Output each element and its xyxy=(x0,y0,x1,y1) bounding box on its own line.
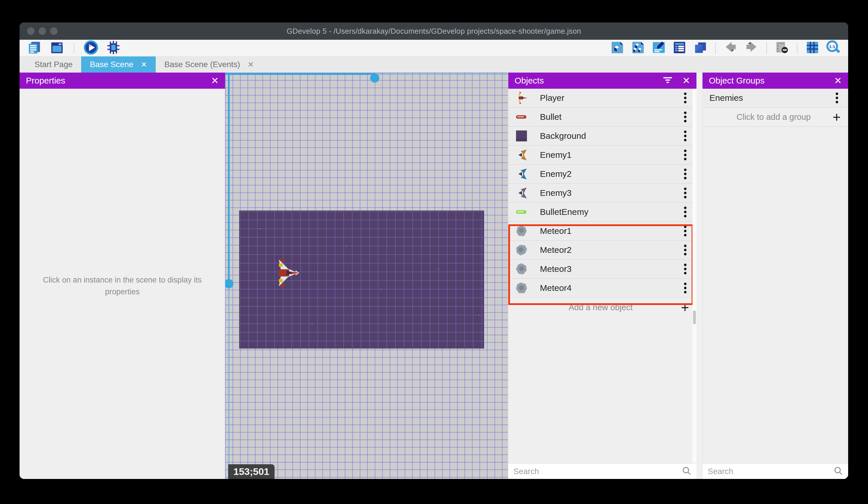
zoom-one-to-one-icon: 1:1 xyxy=(825,40,841,57)
add-object-label: Add a new object xyxy=(508,303,676,312)
selection-handle-top[interactable] xyxy=(370,73,379,83)
close-objects-icon[interactable]: ✕ xyxy=(682,76,690,85)
open-object-groups-editor-button[interactable] xyxy=(631,41,645,56)
search-icon xyxy=(682,466,691,477)
redo-button[interactable] xyxy=(744,41,759,56)
window-title: GDevelop 5 - /Users/dkarakay/Documents/G… xyxy=(287,27,581,36)
bullet-object-icon xyxy=(515,111,528,123)
object-menu-button[interactable] xyxy=(678,244,692,256)
objects-panel-header: Objects ✕ xyxy=(508,73,696,89)
object-menu-button[interactable] xyxy=(678,168,692,180)
object-row[interactable]: Player xyxy=(508,89,696,108)
object-menu-button[interactable] xyxy=(678,205,692,218)
object-groups-list: Enemies xyxy=(703,89,848,108)
app-window: GDevelop 5 - /Users/dkarakay/Documents/G… xyxy=(20,22,848,479)
title-bar: GDevelop 5 - /Users/dkarakay/Documents/G… xyxy=(20,22,848,40)
toolbar-separator xyxy=(766,42,767,54)
project-manager-button[interactable] xyxy=(27,41,42,56)
object-row[interactable]: Meteor2 xyxy=(508,241,696,260)
object-menu-button[interactable] xyxy=(678,263,692,275)
object-row[interactable]: Meteor3 xyxy=(508,260,696,279)
open-layers-button[interactable] xyxy=(693,41,708,56)
objects-scrollbar[interactable] xyxy=(692,89,696,463)
player-ship-sprite xyxy=(272,258,299,288)
tab-base-scene[interactable]: Base Scene ✕ xyxy=(81,57,156,73)
svg-text:1:1: 1:1 xyxy=(829,44,835,49)
window-mask-icon xyxy=(774,40,789,56)
object-menu-button[interactable] xyxy=(678,282,692,294)
selection-handle-left[interactable] xyxy=(225,279,234,288)
object-menu-button[interactable] xyxy=(678,111,692,123)
object-name: Meteor3 xyxy=(540,264,678,274)
bullet-enemy-object-icon xyxy=(515,205,528,218)
object-menu-button[interactable] xyxy=(678,187,692,199)
properties-panel: Properties ✕ Click on an instance in the… xyxy=(20,73,225,479)
object-row[interactable]: Meteor4 xyxy=(508,279,696,298)
enemy3-object-icon xyxy=(515,187,528,199)
group-menu-button[interactable] xyxy=(830,92,844,104)
meteor3-object-icon xyxy=(515,263,528,275)
add-group-row[interactable]: Click to add a group + xyxy=(703,108,848,127)
tab-start-page[interactable]: Start Page xyxy=(26,57,81,73)
properties-editor-icon xyxy=(652,40,666,56)
object-row[interactable]: Enemy1 xyxy=(508,146,696,165)
maximize-window-button[interactable] xyxy=(50,27,58,35)
instances-list-icon xyxy=(672,40,687,56)
toolbar-separator xyxy=(74,42,74,54)
object-name: Meteor4 xyxy=(540,283,678,293)
selection-edge-left-faded xyxy=(228,284,230,479)
minimize-window-button[interactable] xyxy=(39,27,46,35)
selection-edge-left xyxy=(228,73,230,284)
close-window-button[interactable] xyxy=(27,27,34,35)
close-tab-icon[interactable]: ✕ xyxy=(141,60,147,69)
undo-button[interactable] xyxy=(723,41,738,56)
close-object-groups-icon[interactable]: ✕ xyxy=(834,76,842,85)
object-row[interactable]: Background xyxy=(508,127,696,146)
undo-icon xyxy=(723,40,738,56)
object-row[interactable]: Meteor1 xyxy=(508,222,696,241)
background-stars xyxy=(260,228,261,229)
close-tab-icon[interactable]: ✕ xyxy=(248,60,254,69)
objects-list: PlayerBulletBackgroundEnemy1Enemy2Enemy3… xyxy=(508,89,696,298)
add-object-row[interactable]: Add a new object + xyxy=(508,298,696,317)
enemy1-object-icon xyxy=(515,149,528,161)
object-menu-button[interactable] xyxy=(678,149,692,161)
object-row[interactable]: Enemy3 xyxy=(508,184,696,203)
objects-panel-title: Objects xyxy=(515,76,653,85)
filter-objects-icon[interactable] xyxy=(663,76,673,85)
object-name: Enemy1 xyxy=(540,150,678,160)
window-controls xyxy=(27,27,58,35)
toggle-grid-button[interactable] xyxy=(805,41,820,56)
play-scene-button[interactable] xyxy=(83,41,99,56)
close-properties-icon[interactable]: ✕ xyxy=(211,76,219,85)
object-row[interactable]: BulletEnemy xyxy=(508,203,696,222)
add-group-label: Click to add a group xyxy=(703,112,827,122)
tab-label: Start Page xyxy=(34,60,73,69)
play-icon xyxy=(83,40,99,57)
objects-search-input[interactable] xyxy=(514,467,679,476)
add-object-plus-icon[interactable]: + xyxy=(676,300,694,315)
object-menu-button[interactable] xyxy=(678,130,692,142)
player-instance[interactable] xyxy=(272,258,299,288)
start-page-button[interactable] xyxy=(50,41,64,56)
object-row[interactable]: Bullet xyxy=(508,108,696,127)
groups-search-input[interactable] xyxy=(708,467,830,476)
object-menu-button[interactable] xyxy=(678,92,692,104)
project-manager-icon xyxy=(27,40,42,56)
open-instances-list-button[interactable] xyxy=(672,41,687,56)
object-row[interactable]: Enemy2 xyxy=(508,165,696,184)
selection-edge-top-faded xyxy=(375,73,508,75)
open-objects-editor-button[interactable] xyxy=(610,41,625,56)
open-properties-button[interactable] xyxy=(651,41,666,56)
meteor4-object-icon xyxy=(515,282,528,294)
scene-canvas[interactable]: 153;501 xyxy=(225,73,508,479)
object-name: Meteor1 xyxy=(540,226,678,236)
tab-base-scene-events[interactable]: Base Scene (Events) ✕ xyxy=(156,57,262,73)
zoom-reset-button[interactable]: 1:1 xyxy=(826,41,841,56)
object-menu-button[interactable] xyxy=(678,225,692,237)
group-row[interactable]: Enemies xyxy=(703,89,848,108)
toggle-window-mask-button[interactable] xyxy=(774,41,789,56)
scrollbar-thumb[interactable] xyxy=(693,311,696,324)
add-group-plus-icon[interactable]: + xyxy=(827,109,846,125)
debug-button[interactable] xyxy=(106,41,121,56)
